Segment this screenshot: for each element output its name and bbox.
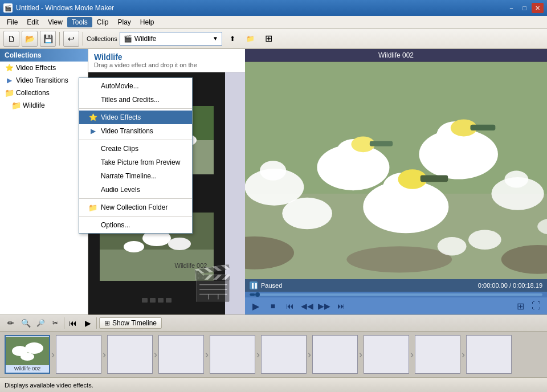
timeline-zoom-out-tool[interactable]: 🔎	[34, 317, 47, 329]
seek-handle[interactable]	[255, 292, 260, 297]
menu-help[interactable]: Help	[136, 17, 159, 27]
menu-narrate[interactable]: Narrate Timeline...	[79, 169, 192, 183]
show-timeline-label: Show Timeline	[112, 319, 157, 327]
player-controls: ▶ ■ ⏮ ◀◀ ▶▶ ⏭ ⊞ ⛶	[245, 297, 547, 315]
timeline-play[interactable]: ▶	[81, 317, 94, 329]
menu-options[interactable]: Options...	[79, 218, 192, 232]
tools-menu: AutoMovie... Titles and Credits... ⭐ Vid…	[79, 77, 193, 234]
menu-item-label: New Collection Folder	[101, 203, 168, 211]
menu-edit[interactable]: Edit	[22, 17, 43, 27]
menu-item-icon	[88, 220, 97, 230]
skip-fwd-button[interactable]: ⏭	[335, 300, 348, 312]
menu-create-clips[interactable]: Create Clips	[79, 142, 192, 156]
player-status-bar: ▐▐ Paused 0:00:00.00 / 0:00:18.19	[245, 279, 547, 292]
collection-nav-up[interactable]: ⬆	[224, 31, 240, 47]
new-folder-icon: 📁	[88, 203, 97, 212]
svg-point-29	[505, 171, 529, 188]
storyboard-cell-3[interactable]	[107, 335, 153, 374]
step-back-button[interactable]: ◀◀	[301, 300, 313, 312]
menu-audio-levels[interactable]: Audio Levels	[79, 183, 192, 197]
storyboard-cell-7[interactable]	[312, 335, 358, 374]
minimize-button[interactable]: −	[505, 3, 517, 13]
timeline-sep-2	[96, 317, 97, 329]
player-time: 0:00:00.00 / 0:00:18.19	[478, 282, 542, 289]
step-fwd-button[interactable]: ▶▶	[318, 300, 330, 312]
timeline-toolbar: ✏ 🔍 🔎 ✂ ⏮ ▶ ⊞ Show Timeline	[0, 315, 547, 332]
timeline-skip-start[interactable]: ⏮	[67, 317, 79, 329]
sidebar-item-video-effects[interactable]: ⭐ Video Effects	[0, 62, 88, 74]
svg-point-34	[468, 230, 501, 250]
menu-titles-credits[interactable]: Titles and Credits...	[79, 93, 192, 107]
menu-video-transitions[interactable]: ▶ Video Transitions	[79, 124, 192, 138]
app: 🎬 Untitled - Windows Movie Maker − □ ✕ F…	[0, 0, 547, 392]
storyboard-cell-10[interactable]	[466, 335, 512, 374]
collections-panel: Collections ⭐ Video Effects ▶ Video Tran…	[0, 49, 88, 315]
play-button[interactable]: ▶	[250, 300, 262, 312]
storyboard-cell-2[interactable]	[56, 335, 101, 374]
menu-separator-1	[79, 108, 192, 109]
menu-item-label: Take Picture from Preview	[101, 158, 180, 166]
menu-automovie[interactable]: AutoMovie...	[79, 79, 192, 93]
undo-button[interactable]: ↩	[63, 31, 79, 47]
sidebar-item-label: Video Effects	[16, 64, 56, 72]
svg-point-40	[21, 353, 34, 361]
storyboard-arrow-5: ›	[256, 349, 260, 361]
collection-value: Wildlife	[134, 35, 157, 43]
toolbar-separator-2	[83, 32, 83, 46]
folder-icon: 📁	[5, 88, 14, 97]
svg-point-23	[260, 161, 286, 181]
fullscreen-button[interactable]: ⛶	[530, 300, 542, 312]
storyboard-cell-9[interactable]	[415, 335, 460, 374]
menu-file[interactable]: File	[2, 17, 22, 27]
workspace: Collections ⭐ Video Effects ▶ Video Tran…	[0, 49, 547, 315]
collection-grid-view[interactable]: ⊞	[261, 31, 277, 47]
menu-take-picture[interactable]: Take Picture from Preview	[79, 156, 192, 169]
show-timeline-button[interactable]: ⊞ Show Timeline	[99, 317, 162, 329]
transition-bullet-icon: ▶	[88, 126, 97, 136]
star-icon: ⭐	[5, 63, 14, 72]
skip-back-button[interactable]: ⏮	[284, 300, 296, 312]
collection-dropdown[interactable]: 🎬 Wildlife ▼	[120, 32, 222, 46]
seekbar[interactable]	[250, 293, 542, 296]
folder-icon: 📁	[11, 101, 21, 110]
menu-clip[interactable]: Clip	[92, 17, 113, 27]
menu-new-collection-folder[interactable]: 📁 New Collection Folder	[79, 201, 192, 214]
sidebar-item-collections[interactable]: 📁 Collections	[0, 87, 88, 99]
sidebar-item-wildlife[interactable]: 📁 Wildlife	[0, 99, 88, 112]
menu-item-icon	[88, 172, 97, 181]
maximize-button[interactable]: □	[519, 3, 530, 13]
stop-button[interactable]: ■	[267, 300, 279, 312]
menu-video-effects[interactable]: ⭐ Video Effects	[79, 111, 192, 124]
collection-nav-down[interactable]: 📁	[243, 31, 259, 47]
menu-view[interactable]: View	[43, 17, 67, 27]
storyboard-cell-5[interactable]	[210, 335, 255, 374]
close-button[interactable]: ✕	[532, 3, 544, 13]
storyboard-icon: ⊞	[104, 319, 110, 327]
save-button[interactable]: 💾	[40, 31, 56, 47]
storyboard-cell-8[interactable]	[364, 335, 409, 374]
sidebar-item-video-transitions[interactable]: ▶ Video Transitions	[0, 74, 88, 87]
transition-icon: ▶	[5, 76, 14, 85]
collections-header: Collections	[0, 49, 88, 62]
storyboard-arrow-1: ›	[51, 349, 55, 361]
player-status-left: ▐▐ Paused	[250, 281, 282, 289]
menu-item-icon	[88, 144, 97, 153]
storyboard-cell-6[interactable]	[261, 335, 307, 374]
menu-tools[interactable]: Tools	[67, 17, 92, 27]
content-desc: Drag a video effect and drop it on the	[94, 62, 239, 68]
split-button[interactable]: ⊞	[514, 300, 526, 312]
menu-item-icon	[88, 185, 97, 194]
storyboard-cell-wildlife[interactable]: Wildlife 002	[5, 335, 50, 374]
menu-play[interactable]: Play	[113, 17, 136, 27]
watermark-icon: 🎬	[191, 263, 234, 303]
seekbar-container[interactable]	[245, 292, 547, 297]
menu-item-label: Audio Levels	[101, 186, 140, 194]
open-button[interactable]: 📂	[22, 31, 38, 47]
storyboard-cell-4[interactable]	[158, 335, 204, 374]
cell-thumbnail	[6, 337, 49, 365]
new-button[interactable]: 🗋	[3, 31, 19, 47]
menu-item-label: Narrate Timeline...	[101, 172, 157, 180]
timeline-zoom-in-tool[interactable]: 🔍	[19, 317, 32, 329]
timeline-pencil-tool[interactable]: ✏	[5, 317, 17, 329]
timeline-split-tool[interactable]: ✂	[49, 317, 62, 329]
